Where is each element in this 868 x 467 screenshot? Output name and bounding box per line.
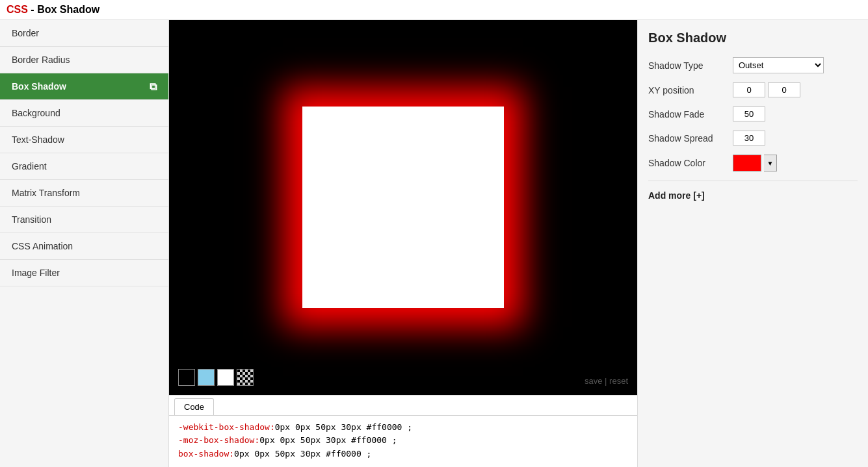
sidebar-item-text-shadow[interactable]: Text-Shadow: [0, 127, 168, 153]
css-label: CSS: [7, 4, 28, 15]
page-title: - Box Shadow: [28, 4, 99, 15]
bg-swatch-transparent[interactable]: [237, 369, 254, 386]
sidebar-item-border-radius[interactable]: Border Radius: [0, 47, 168, 73]
save-link[interactable]: save: [585, 376, 602, 386]
sidebar-item-gradient[interactable]: Gradient: [0, 153, 168, 180]
shadow-fade-input[interactable]: [733, 107, 765, 121]
xy-x-input[interactable]: [733, 82, 765, 97]
xy-y-input[interactable]: [768, 82, 800, 97]
shadow-spread-row: Shadow Spread: [648, 131, 858, 145]
shadow-fade-label: Shadow Fade: [648, 109, 733, 120]
bg-swatch-black[interactable]: [178, 369, 195, 386]
code-moz-prop: -moz-box-shadow:: [178, 435, 259, 445]
sidebar-item-box-shadow-label: Box Shadow: [12, 81, 66, 92]
shadow-type-control: Outset Inset: [733, 57, 858, 73]
sidebar-item-border[interactable]: Border: [0, 20, 168, 47]
shadow-type-label: Shadow Type: [648, 60, 733, 71]
center-area: save | reset Code -webkit-box-shadow:0px…: [169, 20, 637, 467]
shadow-spread-label: Shadow Spread: [648, 133, 733, 144]
code-content: -webkit-box-shadow:0px 0px 50px 30px #ff…: [169, 415, 637, 467]
copy-icon: ⧉: [150, 81, 157, 93]
reset-link[interactable]: reset: [609, 376, 628, 386]
shadow-fade-control: [733, 107, 858, 121]
shadow-color-swatch[interactable]: [733, 155, 761, 171]
shadow-spread-control: [733, 131, 858, 145]
shadow-type-select[interactable]: Outset Inset: [733, 57, 824, 73]
code-webkit-val: 0px 0px 50px 30px #ff0000 ;: [275, 422, 412, 432]
shadow-type-row: Shadow Type Outset Inset: [648, 57, 858, 73]
code-panel: Code -webkit-box-shadow:0px 0px 50px 30p…: [169, 395, 637, 467]
sidebar: Border Border Radius Box Shadow ⧉ Backgr…: [0, 20, 169, 467]
sidebar-item-box-shadow[interactable]: Box Shadow ⧉: [0, 73, 168, 100]
main-layout: Border Border Radius Box Shadow ⧉ Backgr…: [0, 20, 868, 467]
shadow-spread-input[interactable]: [733, 131, 765, 145]
separator: |: [602, 376, 609, 386]
add-more-button[interactable]: Add more [+]: [648, 181, 858, 201]
sidebar-item-matrix-transform[interactable]: Matrix Transform: [0, 180, 168, 207]
save-reset-controls: save | reset: [585, 376, 628, 386]
code-moz-val: 0px 0px 50px 30px #ff0000 ;: [259, 435, 397, 445]
sidebar-item-css-animation[interactable]: CSS Animation: [0, 233, 168, 260]
xy-position-label: XY position: [648, 85, 733, 95]
chevron-down-icon: ▼: [767, 160, 774, 167]
code-standard-prop: box-shadow:: [178, 449, 234, 459]
shadow-fade-row: Shadow Fade: [648, 107, 858, 121]
right-panel: Box Shadow Shadow Type Outset Inset XY p…: [637, 20, 868, 467]
sidebar-item-transition[interactable]: Transition: [0, 207, 168, 233]
bg-swatch-lightblue[interactable]: [198, 369, 215, 386]
sidebar-item-image-filter[interactable]: Image Filter: [0, 260, 168, 286]
shadow-color-label: Shadow Color: [648, 158, 733, 168]
background-swatches: [178, 369, 254, 386]
xy-position-row: XY position: [648, 82, 858, 97]
code-line-moz: -moz-box-shadow:0px 0px 50px 30px #ff000…: [178, 434, 628, 448]
code-tab[interactable]: Code: [174, 398, 214, 415]
bg-swatch-white[interactable]: [217, 369, 234, 386]
preview-box: [302, 107, 504, 308]
code-webkit-prop: -webkit-box-shadow:: [178, 422, 275, 432]
right-panel-title: Box Shadow: [648, 31, 858, 45]
code-line-standard: box-shadow:0px 0px 50px 30px #ff0000 ;: [178, 448, 628, 461]
shadow-color-control: ▼: [733, 155, 858, 171]
preview-container: save | reset: [169, 20, 637, 395]
sidebar-item-background[interactable]: Background: [0, 100, 168, 127]
color-dropdown-arrow[interactable]: ▼: [764, 155, 777, 171]
code-line-webkit: -webkit-box-shadow:0px 0px 50px 30px #ff…: [178, 421, 628, 435]
page-header: CSS - Box Shadow: [0, 0, 868, 20]
xy-position-control: [733, 82, 858, 97]
code-standard-val: 0px 0px 50px 30px #ff0000 ;: [234, 449, 371, 459]
shadow-color-row: Shadow Color ▼: [648, 155, 858, 171]
